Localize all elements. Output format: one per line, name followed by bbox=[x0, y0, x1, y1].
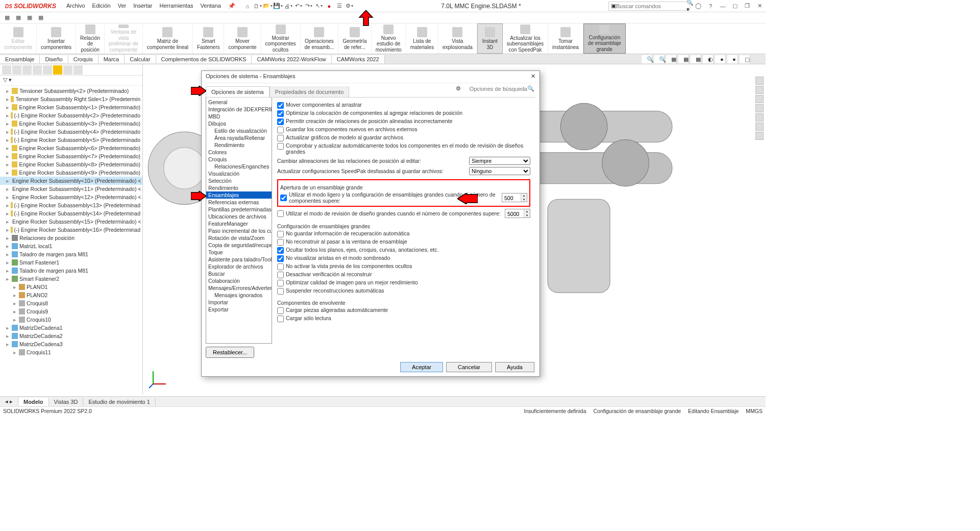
print-icon[interactable]: 🖨▾ bbox=[284, 2, 292, 10]
tree-item[interactable]: ▸(-) Engine Rocker Subassembly<4> (Prede… bbox=[0, 128, 142, 136]
tree-item[interactable]: ▸Engine Rocker Subassembly<11> (Predeter… bbox=[0, 185, 142, 193]
spin-review-threshold[interactable]: ▲▼ bbox=[505, 209, 530, 218]
user-icon[interactable]: ◯ bbox=[694, 2, 702, 10]
orientation-triad[interactable] bbox=[148, 369, 168, 389]
tree-item[interactable]: ▸(-) Engine Rocker Subassembly<5> (Prede… bbox=[0, 136, 142, 144]
rebuild-icon[interactable]: ● bbox=[325, 2, 333, 10]
qat-icon[interactable]: ▦ bbox=[26, 14, 34, 22]
reset-button[interactable]: Restablecer... bbox=[206, 347, 254, 358]
menu-file[interactable]: Archivo bbox=[63, 2, 88, 10]
ribbon-button[interactable]: Lista demateriales bbox=[406, 23, 438, 54]
new-icon[interactable]: 🗋▾ bbox=[254, 2, 262, 10]
tab-system-options[interactable]: Opciones de sistema bbox=[206, 86, 270, 97]
nav-item[interactable]: MBD bbox=[206, 113, 272, 120]
view-tool-icon[interactable]: 🔍 bbox=[642, 55, 652, 63]
nav-item[interactable]: Importar bbox=[206, 299, 272, 306]
ribbon-button[interactable]: Tomarinstantánea bbox=[548, 23, 583, 54]
checkbox[interactable] bbox=[277, 239, 284, 246]
ribbon-button[interactable]: Configuraciónde ensamblajegrande bbox=[583, 23, 626, 54]
nav-item[interactable]: Buscar bbox=[206, 270, 272, 277]
ribbon-button[interactable]: Movercomponente bbox=[224, 23, 261, 54]
nav-item[interactable]: Explorador de archivos bbox=[206, 263, 272, 270]
nav-item[interactable]: Exportar bbox=[206, 306, 272, 313]
tab-doc-properties[interactable]: Propiedades de documento bbox=[270, 86, 350, 97]
task-tab-icon[interactable] bbox=[755, 113, 764, 122]
btab-arrows[interactable]: ◂ ▸ bbox=[0, 397, 18, 406]
nav-item[interactable]: Integración de 3DEXPERIENCE bbox=[206, 106, 272, 113]
tree-item[interactable]: ▸Smart Fastener1 bbox=[0, 258, 142, 267]
tree-item[interactable]: ▸PLANO2 bbox=[0, 291, 142, 299]
nav-item[interactable]: Mensajes ignorados bbox=[206, 292, 272, 299]
tree-item[interactable]: ▸Engine Rocker Subassembly<7> (Predeterm… bbox=[0, 152, 142, 160]
nav-item[interactable]: Paso incremental de los cuadros bbox=[206, 227, 272, 234]
panel-tab-icon[interactable] bbox=[12, 65, 21, 75]
nav-item[interactable]: Área rayada/Rellenar bbox=[206, 134, 272, 141]
checkbox[interactable] bbox=[277, 272, 284, 278]
panel-tab-icon[interactable] bbox=[43, 65, 52, 75]
tree-item[interactable]: ▸MatrizDeCadena3 bbox=[0, 340, 142, 348]
view-tool-icon[interactable]: 🔍 bbox=[654, 55, 665, 63]
nav-item[interactable]: Colaboración bbox=[206, 277, 272, 284]
tree-item[interactable]: ▸PLANO1 bbox=[0, 283, 142, 291]
tree-filter[interactable]: ▽ ▾ bbox=[0, 76, 142, 86]
file-props-icon[interactable]: ☰ bbox=[335, 2, 344, 10]
tree-item[interactable]: ▸MatrizL local1 bbox=[0, 242, 142, 250]
ribbon-tab[interactable]: CAMWorks 2022-WorkFlow bbox=[252, 55, 331, 63]
options-search-input[interactable] bbox=[461, 86, 527, 92]
checkbox[interactable] bbox=[277, 288, 284, 295]
view-tool-icon[interactable]: ▦ bbox=[678, 55, 689, 63]
chk-design-review-mode[interactable] bbox=[277, 210, 284, 217]
nav-item[interactable]: Dibujos bbox=[206, 120, 272, 127]
checkbox[interactable] bbox=[277, 247, 284, 254]
checkbox[interactable] bbox=[277, 316, 284, 322]
tree-item[interactable]: ▸Engine Rocker Subassembly<8> (Predeterm… bbox=[0, 160, 142, 168]
nav-item[interactable]: Toque bbox=[206, 249, 272, 256]
ribbon-button[interactable]: Geometríade refer... bbox=[338, 23, 371, 54]
checkbox[interactable] bbox=[277, 143, 284, 150]
tree-item[interactable]: ▸Smart Fastener2 bbox=[0, 275, 142, 283]
tree-item[interactable]: ▸Engine Rocker Subassembly<1> (Predeterm… bbox=[0, 103, 142, 111]
checkbox[interactable] bbox=[277, 102, 284, 109]
checkbox[interactable] bbox=[277, 127, 284, 133]
panel-tab-icon[interactable] bbox=[53, 65, 62, 75]
ribbon-button[interactable]: Actualizar lossubensamblajescon SpeedPak bbox=[503, 23, 548, 54]
menu-insert[interactable]: Insertar bbox=[130, 2, 155, 10]
nav-item[interactable]: Selección bbox=[206, 177, 272, 184]
panel-tab-icon[interactable] bbox=[74, 65, 83, 75]
nav-item[interactable]: Visualización bbox=[206, 170, 272, 177]
search-input[interactable] bbox=[616, 3, 687, 9]
options-icon[interactable]: ⚙▾ bbox=[346, 2, 354, 10]
nav-item[interactable]: Estilo de visualización bbox=[206, 127, 272, 134]
ribbon-button[interactable]: Matriz decomponente lineal bbox=[143, 23, 193, 54]
tree-item[interactable]: ▸(-) Engine Rocker Subassembly<2> (Prede… bbox=[0, 111, 142, 119]
minimize-icon[interactable]: — bbox=[719, 2, 727, 10]
menu-window[interactable]: Ventana bbox=[198, 2, 224, 10]
view-tool-icon[interactable]: ● bbox=[727, 55, 738, 63]
tree-item[interactable]: ▸Engine Rocker Subassembly<9> (Predeterm… bbox=[0, 168, 142, 177]
combo-speedpak[interactable]: Ninguno bbox=[469, 167, 530, 175]
maximize-icon[interactable]: ▢ bbox=[731, 2, 739, 10]
checkbox[interactable] bbox=[277, 118, 284, 125]
tree-item[interactable]: ▸(-) Engine Rocker Subassembly<16> (Pred… bbox=[0, 226, 142, 234]
ok-button[interactable]: Aceptar bbox=[400, 362, 443, 372]
spin-large-threshold[interactable]: ▲▼ bbox=[502, 193, 527, 202]
checkbox[interactable] bbox=[277, 280, 284, 286]
nav-item[interactable]: Ubicaciones de archivos bbox=[206, 213, 272, 220]
checkbox[interactable] bbox=[277, 255, 284, 262]
dialog-close-icon[interactable]: ✕ bbox=[531, 73, 535, 81]
help-icon[interactable]: ? bbox=[706, 2, 715, 10]
ribbon-button[interactable]: Insertarcomponentes bbox=[37, 23, 76, 54]
undo-icon[interactable]: ↶▾ bbox=[295, 2, 303, 10]
search-icon[interactable]: 🔍 bbox=[527, 85, 534, 92]
tree-item[interactable]: ▸(-) Engine Rocker Subassembly<13> (Pred… bbox=[0, 201, 142, 209]
ribbon-button[interactable]: Operacionesde ensamb... bbox=[301, 23, 339, 54]
ribbon-button[interactable]: Instant3D bbox=[477, 23, 503, 54]
help-button[interactable]: Ayuda bbox=[495, 362, 534, 372]
nav-item[interactable]: Relaciones/Enganches bbox=[206, 163, 272, 170]
nav-item[interactable]: Colores bbox=[206, 149, 272, 156]
nav-item[interactable]: Rotación de vista/Zoom bbox=[206, 234, 272, 242]
nav-item[interactable]: Rendimiento bbox=[206, 184, 272, 191]
tree-item[interactable]: ▸Relaciones de posición bbox=[0, 234, 142, 242]
ribbon-tab[interactable]: Ensamblaje bbox=[0, 55, 40, 63]
tree-item[interactable]: ▸MatrizDeCadena2 bbox=[0, 332, 142, 340]
